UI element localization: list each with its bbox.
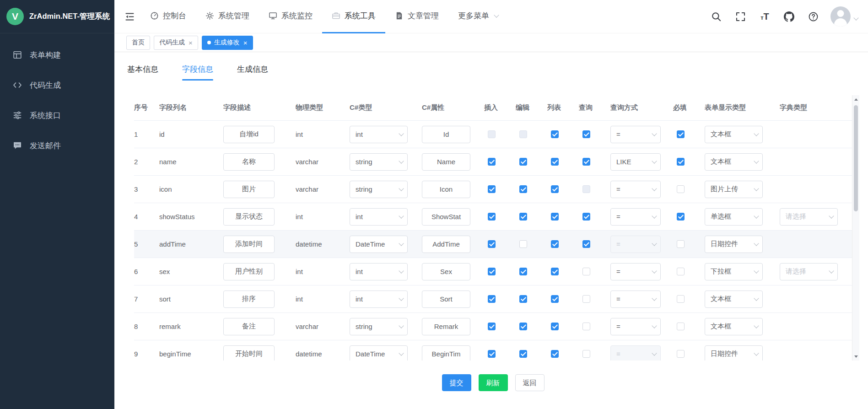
tab-field-info[interactable]: 字段信息 [182,64,213,81]
submit-button[interactable]: 提交 [442,374,471,391]
field-desc-input[interactable]: 排序 [223,291,275,308]
query-checkbox[interactable] [582,158,590,166]
field-desc-input[interactable]: 开始时间 [223,345,275,361]
tab-gen-info[interactable]: 生成信息 [237,64,268,81]
list-checkbox[interactable] [551,213,559,221]
cs-type-select[interactable]: string [350,181,408,198]
display-type-select[interactable]: 文本框 [705,126,763,143]
edit-checkbox[interactable] [519,323,527,330]
required-checkbox[interactable] [677,240,685,248]
list-checkbox[interactable] [551,268,559,275]
scroll-up-icon[interactable] [852,96,859,103]
query-type-select[interactable]: = [610,208,661,226]
scroll-down-icon[interactable] [852,353,859,360]
display-type-select[interactable]: 文本框 [705,291,763,308]
list-checkbox[interactable] [551,323,559,330]
insert-checkbox[interactable] [488,213,496,221]
cs-property-input[interactable]: AddTime [422,236,470,253]
display-type-select[interactable]: 日期控件 [705,236,763,253]
cs-type-select[interactable]: string [350,153,408,171]
field-desc-input[interactable]: 显示状态 [223,208,275,226]
field-desc-input[interactable]: 图片 [223,181,275,198]
tag-gen-edit[interactable]: 生成修改× [202,36,253,50]
display-type-select[interactable]: 文本框 [705,318,763,335]
cs-property-input[interactable]: Remark [422,318,470,335]
insert-checkbox[interactable] [488,158,496,166]
scrollbar-thumb[interactable] [854,105,858,211]
refresh-button[interactable]: 刷新 [479,374,508,391]
sidebar-item-send-mail[interactable]: 发送邮件 [0,130,114,161]
github-icon[interactable] [784,11,794,22]
display-type-select[interactable]: 文本框 [705,153,763,171]
list-checkbox[interactable] [551,295,559,303]
app-logo[interactable]: V ZrAdmin.NET-管理系统 [0,0,114,33]
query-checkbox[interactable] [582,213,590,221]
query-type-select[interactable]: = [610,291,661,308]
list-checkbox[interactable] [551,185,559,193]
dict-type-select[interactable]: 请选择 [780,263,838,280]
display-type-select[interactable]: 单选框 [705,208,763,226]
cs-property-input[interactable]: Name [422,153,470,171]
font-size-icon[interactable]: тT [760,11,770,22]
query-type-select[interactable]: LIKE [610,153,661,171]
query-checkbox[interactable] [582,295,590,303]
field-desc-input[interactable]: 名称 [223,153,275,171]
nav-system-monitor[interactable]: 系统监控 [259,0,322,33]
cs-type-select[interactable]: DateTime [350,236,408,253]
dict-type-select[interactable]: 请选择 [780,208,838,226]
nav-more-menu[interactable]: 更多菜单 [448,0,508,33]
cs-property-input[interactable]: Id [422,126,470,143]
required-checkbox[interactable] [677,130,685,138]
cs-property-input[interactable]: BeginTim [422,345,470,361]
query-checkbox[interactable] [582,323,590,330]
query-type-select[interactable]: = [610,263,661,280]
cs-property-input[interactable]: ShowStat [422,208,470,226]
required-checkbox[interactable] [677,350,685,358]
list-checkbox[interactable] [551,350,559,358]
required-checkbox[interactable] [677,213,685,221]
sidebar-item-form-build[interactable]: 表单构建 [0,40,114,70]
required-checkbox[interactable] [677,158,685,166]
sidebar-item-system-api[interactable]: 系统接口 [0,100,114,130]
insert-checkbox[interactable] [488,240,496,248]
display-type-select[interactable]: 下拉框 [705,263,763,280]
tag-code-gen[interactable]: 代码生成× [154,36,198,50]
cs-property-input[interactable]: Sort [422,291,470,308]
edit-checkbox[interactable] [519,158,527,166]
required-checkbox[interactable] [677,295,685,303]
tag-home[interactable]: 首页 [126,36,150,50]
query-checkbox[interactable] [582,350,590,358]
cs-type-select[interactable]: DateTime [350,345,408,361]
edit-checkbox[interactable] [519,350,527,358]
query-type-select[interactable]: = [610,318,661,335]
back-button[interactable]: 返回 [515,374,545,391]
field-desc-input[interactable]: 添加时间 [223,236,275,253]
required-checkbox[interactable] [677,268,685,275]
nav-system-manage[interactable]: 系统管理 [196,0,259,33]
fullscreen-icon[interactable] [735,11,746,22]
cs-type-select[interactable]: int [350,126,408,143]
list-checkbox[interactable] [551,158,559,166]
field-desc-input[interactable]: 自增id [223,126,275,143]
insert-checkbox[interactable] [488,350,496,358]
insert-checkbox[interactable] [488,185,496,193]
cs-type-select[interactable]: int [350,208,408,226]
query-checkbox[interactable] [582,130,590,138]
required-checkbox[interactable] [677,323,685,330]
close-icon[interactable]: × [189,39,193,46]
edit-checkbox[interactable] [519,213,527,221]
cs-type-select[interactable]: int [350,291,408,308]
edit-checkbox[interactable] [519,185,527,193]
close-icon[interactable]: × [243,39,248,46]
table-scrollbar[interactable] [852,95,859,361]
insert-checkbox[interactable] [488,268,496,275]
required-checkbox[interactable] [677,185,685,193]
cs-property-input[interactable]: Sex [422,263,470,280]
list-checkbox[interactable] [551,240,559,248]
sidebar-item-code-gen[interactable]: 代码生成 [0,70,114,100]
user-menu[interactable] [830,6,858,27]
cs-type-select[interactable]: int [350,263,408,280]
nav-article-manage[interactable]: 文章管理 [385,0,448,33]
field-desc-input[interactable]: 备注 [223,318,275,335]
query-type-select[interactable]: = [610,181,661,198]
